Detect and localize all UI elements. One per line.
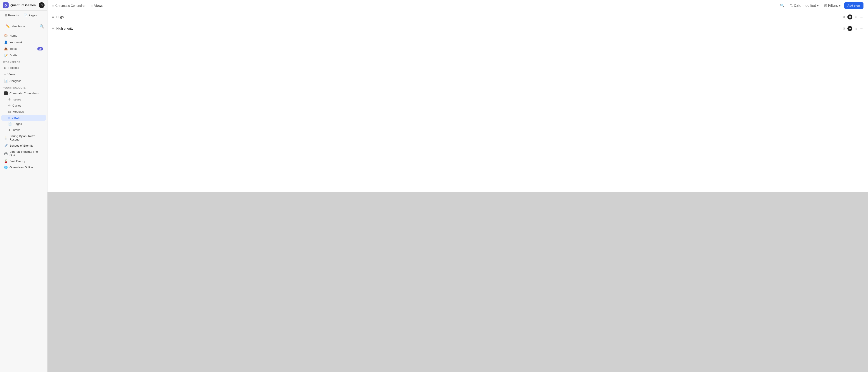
sub-item-pages[interactable]: 📄 Pages	[1, 121, 46, 127]
settings-icon-bugs: ⚙	[842, 15, 845, 19]
intake-label: Intake	[12, 128, 20, 132]
home-icon: 🏠	[4, 34, 8, 37]
sub-pages-label: Pages	[13, 122, 22, 125]
breadcrumb: ≡ Chromatic Conundrum › ≡ Views	[52, 4, 103, 7]
settings-icon-high-priority: ⚙	[842, 27, 845, 30]
views-icon: ≡	[4, 73, 6, 76]
workspace-section-label: WORKSPACE	[0, 59, 47, 64]
nav-workspace-projects[interactable]: ⊞ Projects	[1, 65, 46, 71]
breadcrumb-project[interactable]: Chromatic Conundrum	[55, 4, 87, 7]
sub-item-issues[interactable]: ⚙ Issues	[1, 96, 46, 102]
more-icon-bugs: ···	[860, 15, 863, 19]
operatives-icon: 🌐	[4, 166, 8, 169]
high-priority-settings-button[interactable]: ⚙	[842, 26, 846, 31]
project-daring-dylan[interactable]: 🕯️ Daring Dylan: Retro Rescue	[1, 133, 46, 142]
topbar-actions: 🔍 ⇅ Date modified ▾ ⊟ Filters ▾ Add view	[778, 2, 864, 9]
nav-home[interactable]: 🏠 Home	[1, 33, 46, 39]
sub-item-views[interactable]: ≡ Views	[1, 115, 46, 121]
view-name-bugs: Bugs	[56, 15, 839, 19]
your-work-label: Your work	[9, 40, 22, 44]
issues-icon: ⚙	[8, 98, 11, 101]
echoes-label: Echoes of Eternity	[9, 144, 33, 147]
new-issue-button[interactable]: ✏️ New issue	[4, 23, 27, 30]
sub-item-intake[interactable]: ⬇ Intake	[1, 127, 46, 133]
breadcrumb-separator: ›	[89, 4, 90, 7]
tab-row: ⊞ Projects 📄 Pages	[0, 11, 47, 20]
fruit-frenzy-icon: 🍒	[4, 160, 8, 163]
main-content: ≡ Chromatic Conundrum › ≡ Views 🔍 ⇅ Date…	[48, 0, 868, 372]
nav-analytics[interactable]: 📊 Analytics	[1, 78, 46, 84]
view-actions-high-priority: ⚙ D ☆ ···	[842, 26, 864, 31]
sidebar: Q Quantum Games D ⊞ Projects 📄 Pages ✏️ …	[0, 0, 48, 372]
view-layers-icon-bugs: ≡	[52, 15, 54, 19]
nav-inbox[interactable]: 📥 Inbox 20	[1, 46, 46, 52]
your-work-icon: 👤	[4, 40, 8, 44]
your-projects-section-label: YOUR PROJECTS	[0, 84, 47, 90]
view-row-high-priority[interactable]: ≡ High priority ⚙ D ☆ ···	[48, 23, 868, 34]
tab-projects[interactable]: ⊞ Projects	[2, 12, 21, 18]
new-issue-label: New issue	[11, 25, 25, 28]
bugs-star-button[interactable]: ☆	[854, 15, 858, 20]
sidebar-header: Q Quantum Games D	[0, 0, 47, 11]
workspace-projects-label: Projects	[8, 66, 19, 69]
chromatic-conundrum-icon	[4, 91, 8, 95]
drafts-icon: 📝	[4, 54, 8, 57]
view-layers-icon-high-priority: ≡	[52, 26, 54, 31]
gray-background	[48, 192, 868, 372]
operatives-label: Operatives Online	[9, 166, 33, 169]
nav-drafts[interactable]: 📝 Drafts	[1, 52, 46, 58]
search-button[interactable]: 🔍	[38, 23, 46, 29]
project-operatives-online[interactable]: 🌐 Operatives Online	[1, 165, 46, 170]
projects-tab-icon: ⊞	[4, 13, 7, 17]
nav-your-work[interactable]: 👤 Your work	[1, 39, 46, 45]
project-fruit-frenzy[interactable]: 🍒 Fruit Frenzy	[1, 159, 46, 164]
project-chromatic-conundrum[interactable]: Chromatic Conundrum	[1, 90, 46, 96]
sub-item-cycles[interactable]: ⟳ Cycles	[1, 103, 46, 108]
sub-item-modules[interactable]: ▤ Modules	[1, 109, 46, 114]
inbox-icon: 📥	[4, 47, 8, 51]
daring-dylan-icon: 🕯️	[4, 136, 8, 140]
modules-icon: ▤	[8, 110, 11, 113]
date-modified-label: Date modified	[794, 4, 816, 8]
workspace-logo[interactable]: Q Quantum Games	[3, 2, 36, 8]
bugs-settings-button[interactable]: ⚙	[842, 15, 846, 20]
nav-workspace-views[interactable]: ≡ Views	[1, 71, 46, 77]
new-issue-icon: ✏️	[6, 24, 10, 28]
breadcrumb-icon: ≡	[52, 4, 54, 7]
workspace-name: Quantum Games	[10, 3, 36, 7]
search-icon: 🔍	[39, 24, 44, 29]
project-ethereal-realms[interactable]: 🎮 Ethereal Realms: The Qua...	[1, 149, 46, 158]
add-view-button[interactable]: Add view	[844, 2, 864, 9]
high-priority-star-button[interactable]: ☆	[854, 26, 858, 31]
inbox-label: Inbox	[9, 47, 17, 51]
projects-icon: ⊞	[4, 66, 6, 69]
user-avatar[interactable]: D	[39, 2, 44, 8]
sub-pages-icon: 📄	[8, 122, 12, 125]
date-modified-button[interactable]: ⇅ Date modified ▾	[788, 2, 821, 8]
cycles-icon: ⟳	[8, 104, 11, 107]
high-priority-user-avatar: D	[847, 26, 852, 31]
drafts-label: Drafts	[9, 54, 18, 57]
bugs-more-button[interactable]: ···	[859, 15, 864, 20]
chromatic-conundrum-label: Chromatic Conundrum	[9, 92, 39, 95]
star-icon-high-priority: ☆	[855, 27, 857, 30]
view-row-bugs[interactable]: ≡ Bugs ⚙ D ☆ ···	[48, 11, 868, 23]
more-icon-high-priority: ···	[860, 27, 863, 30]
filters-button[interactable]: ⊟ Filters ▾	[822, 2, 842, 8]
topbar-search-icon: 🔍	[780, 3, 784, 8]
intake-icon: ⬇	[8, 128, 11, 132]
sub-views-icon: ≡	[8, 116, 10, 119]
topbar-search-button[interactable]: 🔍	[778, 2, 786, 8]
main-topbar: ≡ Chromatic Conundrum › ≡ Views 🔍 ⇅ Date…	[48, 0, 868, 11]
star-icon-bugs: ☆	[855, 15, 857, 19]
cycles-label: Cycles	[12, 104, 21, 107]
workspace-logo-icon: Q	[3, 2, 9, 8]
workspace-views-label: Views	[8, 73, 16, 76]
chevron-down-icon: ▾	[817, 3, 819, 8]
high-priority-more-button[interactable]: ···	[859, 26, 864, 31]
analytics-label: Analytics	[9, 79, 21, 83]
pages-tab-icon: 📄	[24, 13, 27, 17]
project-echoes-of-eternity[interactable]: 🖊️ Echoes of Eternity	[1, 143, 46, 148]
tab-pages[interactable]: 📄 Pages	[22, 12, 39, 18]
fruit-frenzy-label: Fruit Frenzy	[9, 160, 25, 163]
